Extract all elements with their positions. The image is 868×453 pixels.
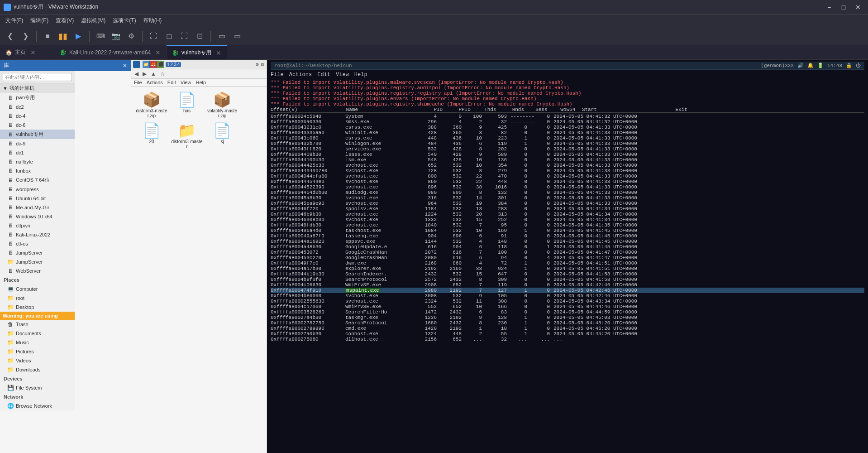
term-menu-help[interactable]: Help [354, 72, 367, 78]
sidebar-item-ubuntu[interactable]: 🖥 Ubuntu 64-bit [0, 194, 75, 203]
fm-menu-help[interactable]: Help [196, 80, 206, 85]
sidebar-item-filesystem[interactable]: 💾 File System [0, 383, 75, 392]
file-icon-distorm3[interactable]: 📦 distorm3-master.zip [136, 91, 167, 118]
sidebar-item-trash[interactable]: 🗑 Trash [0, 320, 75, 329]
menu-vm[interactable]: 虚拟机(M) [77, 16, 109, 25]
toolbar-divider-1 [36, 31, 37, 42]
toolbar-back[interactable]: ❮ [4, 30, 16, 43]
sidebar-item-dc1[interactable]: 🖥 dc1 [0, 148, 75, 157]
toolbar-divider-4 [210, 31, 211, 42]
sidebar-item-dc6[interactable]: 🖥 dc-6 [0, 120, 75, 130]
fm-monitor-icon[interactable]: 🖥 [260, 62, 265, 67]
sidebar-item-dc4[interactable]: 🖥 dc-4 [0, 111, 75, 120]
sidebar-item-nullbyte[interactable]: 🖥 nullbyte [0, 157, 75, 166]
sidebar-item-root[interactable]: 📁 root [0, 294, 75, 303]
toolbar-fullscreen[interactable]: ⛶ [178, 30, 191, 43]
toolbar-unity[interactable]: ⊡ [193, 30, 206, 43]
toolbar-play[interactable]: ▶ [72, 30, 85, 43]
fm-menu-file[interactable]: File [134, 80, 142, 85]
tab-vulnhub[interactable]: 🐉 vulnhub专用 ✕ [167, 45, 227, 59]
fm-files-icon[interactable]: 📁 [143, 61, 150, 68]
sidebar-item-computer[interactable]: 💻 Computer [0, 284, 75, 294]
sidebar-item-documents[interactable]: 📁 Documents [0, 329, 75, 338]
toolbar-fit-window[interactable]: ◻ [162, 30, 175, 43]
sidebar-item-dc2[interactable]: 🖥 dc2 [0, 102, 75, 111]
file-icon-sj[interactable]: 📄 sj [206, 122, 238, 149]
toolbar-suspend[interactable]: ■ [41, 30, 54, 43]
sidebar-item-kali[interactable]: 🖥 Kali-Linux-2022 [0, 230, 75, 239]
sidebar-item-browse-network[interactable]: 🌐 Browse Network [0, 401, 75, 410]
sidebar-item-win10[interactable]: 🖥 Windows 10 x64 [0, 212, 75, 221]
sidebar-item-ctfos[interactable]: 🖥 ctf-os [0, 239, 75, 248]
sidebar-item-videos[interactable]: 📁 Videos [0, 356, 75, 365]
sidebar-item-desktop[interactable]: 📁 Desktop [0, 303, 75, 312]
toolbar-more[interactable]: ▭ [231, 30, 243, 43]
num-4[interactable]: 4 [177, 62, 180, 67]
fm-number-tabs: 1 2 3 4 [166, 62, 181, 67]
sidebar-search-input[interactable] [3, 73, 72, 81]
sidebar-item-pwn[interactable]: 🖥 pwn专用 [0, 93, 75, 102]
tab-home-close[interactable]: ✕ [30, 49, 36, 56]
fm-bookmark-button[interactable]: ☆ [159, 70, 167, 77]
tab-vulnhub-close[interactable]: ✕ [216, 49, 221, 57]
toolbar-pause[interactable]: ▮▮ [57, 30, 69, 43]
term-menu-edit[interactable]: Edit [317, 72, 330, 78]
fm-up-button[interactable]: ▲ [149, 70, 157, 77]
num-2[interactable]: 2 [171, 62, 173, 67]
toolbar-forward[interactable]: ❯ [19, 30, 32, 43]
sidebar-item-centos[interactable]: 🖥 CentOS 7 64位 [0, 175, 75, 185]
fm-menu-view[interactable]: View [181, 80, 191, 85]
sidebar-item-music[interactable]: 📁 Music [0, 338, 75, 347]
table-row: 0xffffa8004b9f0f0SearchProtocol257224328… [271, 277, 864, 282]
file-icon-has[interactable]: 📄 has [171, 91, 203, 118]
num-1[interactable]: 1 [167, 62, 170, 67]
file-icon-20[interactable]: 📄 20 [136, 122, 167, 149]
term-menu-actions[interactable]: Actions [289, 72, 312, 78]
sidebar-item-dc9[interactable]: 🖥 dc-9 [0, 139, 75, 148]
fm-terminal-icon[interactable]: ⬛ [157, 61, 164, 68]
toolbar-console[interactable]: ▭ [215, 30, 228, 43]
terminal-panel[interactable]: root@kali:~/Desktop/neicun (genmon)XXX 🔊… [267, 60, 868, 453]
section-my-computer[interactable]: ▼ 我的计算机 [0, 83, 75, 93]
sidebar-item-webserver[interactable]: 🖥 WebServer [0, 266, 75, 275]
minimize-button[interactable]: − [823, 3, 835, 12]
fm-back-button[interactable]: ◀ [133, 70, 140, 77]
close-button[interactable]: ✕ [852, 3, 864, 12]
tab-kali[interactable]: 🐉 Kali-Linux-2022.2-vmware-amd64 ✕ [54, 45, 167, 59]
fm-menu-edit[interactable]: Edit [167, 80, 176, 85]
menu-help[interactable]: 帮助(H) [140, 16, 166, 25]
menu-edit[interactable]: 编辑(E) [27, 16, 52, 25]
sidebar-close-icon[interactable]: ✕ [123, 63, 127, 69]
term-menu-file[interactable]: File [271, 72, 284, 78]
menu-file[interactable]: 文件(F) [2, 16, 27, 25]
sidebar-item-vulnhub[interactable]: 🖥 vulnhub专用 [0, 130, 75, 139]
tab-home[interactable]: 🏠 主页 ✕ [0, 45, 54, 59]
fm-menu-actions[interactable]: Actions [147, 80, 163, 85]
sidebar-item-funbox[interactable]: 🖥 funbox [0, 166, 75, 175]
num-3[interactable]: 3 [174, 62, 176, 67]
sidebar-item-wordpress[interactable]: 🖥 wordpress [0, 185, 75, 194]
sidebar-item-jumpserver1[interactable]: 🖥 JumpServer [0, 248, 75, 257]
sidebar-item-jumpserver2[interactable]: 📁 JumpServer [0, 257, 75, 266]
fm-right-icons: ⚙ 🖥 [255, 62, 265, 67]
col-header-offset: Offset(V) [271, 107, 343, 112]
file-icon-volatility[interactable]: 📦 volatility-master.zip [206, 91, 238, 118]
fm-settings-icon[interactable]: ⚙ [255, 62, 259, 67]
fm-forward-button[interactable]: ▶ [141, 70, 148, 77]
sidebar-item-downloads[interactable]: 📁 Downloads [0, 365, 75, 374]
tab-kali-close[interactable]: ✕ [155, 49, 161, 56]
toolbar-settings[interactable]: ⚙ [125, 30, 138, 43]
menu-view[interactable]: 查看(V) [52, 16, 77, 25]
term-menu-view[interactable]: View [336, 72, 349, 78]
toolbar-fit-guest[interactable]: ⛶ [147, 30, 160, 43]
toolbar-snapshot[interactable]: 📷 [110, 30, 122, 43]
sidebar-item-pictures[interactable]: 📁 Pictures [0, 347, 75, 356]
sidebar-item-dc1-label: dc1 [16, 150, 24, 155]
menu-tabs[interactable]: 选项卡(T) [109, 16, 139, 25]
fm-browser-icon[interactable]: 🦊 [150, 61, 157, 68]
file-icon-distorm3-folder[interactable]: 📁 distorm3-master [171, 122, 203, 149]
maximize-button[interactable]: □ [837, 3, 850, 12]
sidebar-item-ctfpwn[interactable]: 🖥 ctfpwn [0, 221, 75, 230]
toolbar-send-key[interactable]: ⌨ [94, 30, 107, 43]
sidebar-item-me[interactable]: 🖥 Me-and-My-Gir [0, 203, 75, 212]
